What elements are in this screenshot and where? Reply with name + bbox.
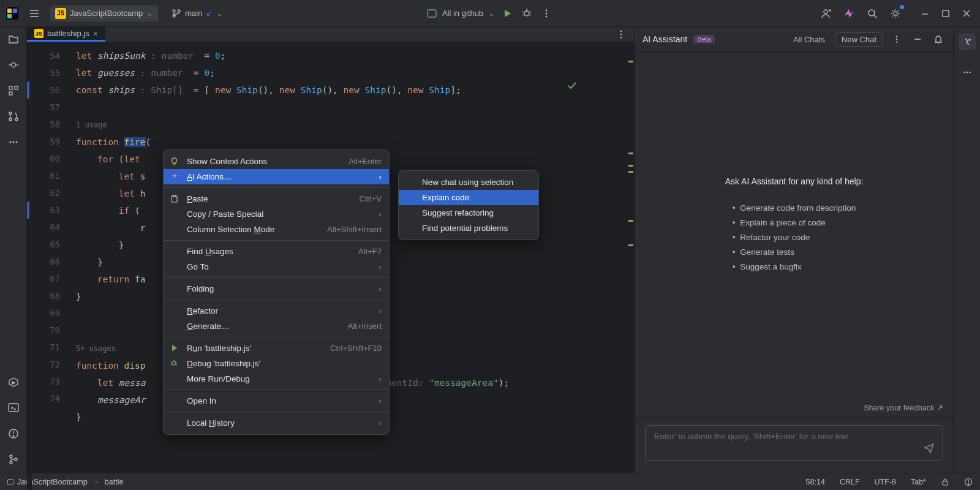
debug-button[interactable] <box>519 6 534 21</box>
context-menu-item[interactable]: Refactor› <box>164 303 389 318</box>
file-encoding[interactable]: UTF-8 <box>875 478 896 486</box>
svg-point-51 <box>620 34 622 36</box>
menu-item-label: Paste <box>187 194 208 203</box>
ai-feedback-link[interactable]: Share your feedback ↗ <box>635 398 953 418</box>
context-menu-item[interactable]: More Run/Debug› <box>164 371 389 386</box>
svg-point-48 <box>10 461 12 464</box>
context-menu-item[interactable]: Go To› <box>164 259 389 274</box>
problems-toolwindow-button[interactable] <box>6 426 21 441</box>
minimize-window-button[interactable] <box>918 6 932 21</box>
context-menu-item[interactable]: AI Actions…› <box>164 169 389 184</box>
settings-button[interactable] <box>888 6 903 21</box>
ai-actions-submenu[interactable]: New chat using selectionExplain codeSugg… <box>398 170 539 240</box>
caret-position[interactable]: 58:14 <box>806 478 825 486</box>
svg-line-16 <box>529 15 531 15</box>
notifications-icon[interactable] <box>931 32 946 47</box>
editor-context-menu[interactable]: Show Context ActionsAlt+EnterAI Actions…… <box>163 149 390 435</box>
close-window-button[interactable] <box>959 6 974 21</box>
menu-separator <box>164 240 389 241</box>
minimize-panel-button[interactable] <box>910 32 925 47</box>
pull-requests-button[interactable] <box>6 109 21 124</box>
svg-point-47 <box>10 455 12 458</box>
context-menu-item[interactable]: Find UsagesAlt+F7 <box>164 244 389 259</box>
readonly-toggle-icon[interactable] <box>941 478 949 486</box>
menu-separator <box>164 277 389 278</box>
ai-panel-menu-button[interactable] <box>889 32 904 47</box>
svg-point-53 <box>896 36 897 37</box>
close-tab-button[interactable]: × <box>93 29 98 38</box>
structure-toolwindow-button[interactable] <box>6 83 21 98</box>
menu-shortcut: Alt+F7 <box>358 247 382 256</box>
run-target-label[interactable]: All in github <box>442 9 483 18</box>
ide-status-icon[interactable] <box>964 478 973 486</box>
menu-item-label: Run 'battleship.js' <box>187 344 251 353</box>
project-toolwindow-button[interactable] <box>6 32 21 47</box>
inspection-ok-icon[interactable] <box>567 46 631 126</box>
submenu-arrow-icon: › <box>379 284 382 293</box>
search-everywhere-button[interactable] <box>865 6 880 21</box>
svg-point-52 <box>620 37 622 39</box>
commit-toolwindow-button[interactable] <box>6 58 21 72</box>
line-separator[interactable]: CRLF <box>840 478 860 486</box>
submenu-item[interactable]: Explain code <box>399 190 538 205</box>
context-menu-item[interactable]: PasteCtrl+V <box>164 191 389 206</box>
context-menu-item[interactable]: Local History› <box>164 415 389 431</box>
svg-rect-2 <box>7 14 12 18</box>
menu-item-label: Suggest refactoring <box>422 208 494 217</box>
send-icon[interactable] <box>923 442 935 454</box>
menu-item-label: Find Usages <box>187 247 233 256</box>
svg-point-58 <box>966 72 968 74</box>
svg-point-39 <box>9 141 11 143</box>
svg-point-55 <box>896 41 897 42</box>
maximize-window-button[interactable] <box>938 6 953 21</box>
vcs-toolwindow-button[interactable] <box>6 452 21 467</box>
code-with-me-icon[interactable] <box>818 6 833 21</box>
submenu-item[interactable]: Suggest refactoring <box>399 205 538 221</box>
project-selector[interactable]: JS JavaScriptBootcamp ⌄ <box>50 6 158 21</box>
chevron-down-icon: ⌄ <box>146 9 153 18</box>
context-menu-item[interactable]: Open In› <box>164 393 389 409</box>
context-menu-item[interactable]: Debug 'battleship.js' <box>164 356 389 371</box>
more-toolwindows-button[interactable] <box>6 135 21 149</box>
menu-shortcut: Ctrl+V <box>360 194 382 203</box>
new-chat-button[interactable]: New Chat <box>835 32 883 47</box>
js-badge-icon: JS <box>55 8 66 19</box>
context-menu-item[interactable]: Folding› <box>164 281 389 296</box>
context-menu-item[interactable]: Generate…Alt+Insert <box>164 318 389 334</box>
error-stripe[interactable] <box>627 42 635 490</box>
ai-bullet-item: Suggest a bugfix <box>733 260 856 274</box>
all-chats-tab[interactable]: All Chats <box>790 32 829 47</box>
ai-bullet-item: Generate tests <box>733 245 856 260</box>
ai-toolwindow-button[interactable] <box>959 33 976 50</box>
line-number-gutter: 5455565758596061626364656667686970717273… <box>32 42 67 490</box>
editor-tab[interactable]: JS battleship.js × <box>27 27 105 42</box>
submenu-arrow-icon: › <box>379 209 382 219</box>
tab-options-button[interactable] <box>614 27 628 42</box>
svg-point-19 <box>546 15 548 17</box>
indent-config[interactable]: Tab* <box>911 478 926 486</box>
menu-item-label: Refactor <box>187 306 218 315</box>
ai-shortcut-icon[interactable] <box>842 6 856 21</box>
submenu-item[interactable]: Find potential problems <box>399 221 538 236</box>
services-toolwindow-button[interactable] <box>6 375 21 390</box>
context-menu-item[interactable]: Run 'battleship.js'Ctrl+Shift+F10 <box>164 341 389 356</box>
context-menu-item[interactable]: Show Context ActionsAlt+Enter <box>164 154 389 169</box>
run-button[interactable] <box>500 6 514 21</box>
main-menu-button[interactable] <box>27 6 42 21</box>
more-right-tools-button[interactable] <box>960 65 974 80</box>
svg-point-49 <box>15 458 17 461</box>
vcs-branch-selector[interactable]: main ↙ ⌄ <box>167 6 228 21</box>
submenu-item[interactable]: New chat using selection <box>399 175 538 190</box>
more-actions-button[interactable] <box>539 6 554 21</box>
context-menu-item[interactable]: Copy / Paste Special› <box>164 206 389 222</box>
context-menu-item[interactable]: Column Selection ModeAlt+Shift+Insert <box>164 222 389 237</box>
svg-point-25 <box>894 12 897 15</box>
svg-rect-43 <box>9 404 18 412</box>
incoming-icon: ↙ <box>206 9 213 18</box>
ai-capability-list: Generate code from descriptionExplain a … <box>733 201 856 274</box>
terminal-toolwindow-button[interactable] <box>6 401 21 415</box>
menu-item-label: Explain code <box>422 193 469 202</box>
chevron-down-icon: ⌄ <box>488 9 495 18</box>
svg-rect-60 <box>943 481 948 485</box>
ai-chat-input[interactable]: 'Enter' to submit the query, 'Shift+Ente… <box>645 425 943 461</box>
